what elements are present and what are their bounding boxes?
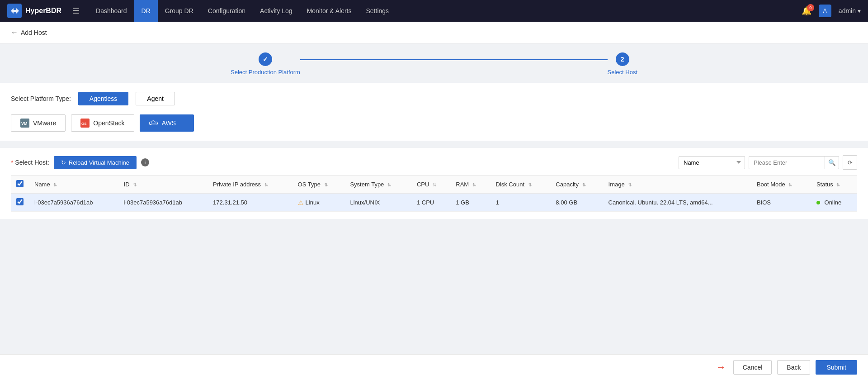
back-arrow-icon: ← xyxy=(11,28,18,37)
hamburger-menu[interactable]: ☰ xyxy=(72,6,80,16)
step-1: ✓ Select Production Platform xyxy=(231,52,300,76)
row-os-type: ⚠ Linux xyxy=(292,194,345,212)
tab-agentless[interactable]: Agentless xyxy=(78,92,128,105)
nav-right: 🔔 0 A admin ▾ xyxy=(802,5,861,17)
table-body: → i-03ec7a5936a76d1ab i-03ec7a5936a76d1a… xyxy=(11,194,857,212)
search-field-select[interactable]: Name ID Private IP address xyxy=(679,156,745,169)
nav-configuration[interactable]: Configuration xyxy=(201,0,253,22)
th-image[interactable]: Image ⇅ xyxy=(603,176,751,194)
submit-button[interactable]: Submit xyxy=(816,360,857,375)
aws-icon xyxy=(149,119,158,128)
openstack-icon: OS xyxy=(80,119,90,128)
vmware-icon: VM xyxy=(20,119,29,128)
row-id: i-03ec7a5936a76d1ab xyxy=(118,194,208,212)
warning-icon: ⚠ xyxy=(298,199,304,206)
search-input-wrap: 🔍 xyxy=(749,156,839,169)
page-title: Add Host xyxy=(21,29,47,36)
row-ram: 1 GB xyxy=(450,194,490,212)
logo-area[interactable]: HyperBDR xyxy=(7,4,61,18)
th-cpu[interactable]: CPU ⇅ xyxy=(411,176,450,194)
th-ram[interactable]: RAM ⇅ xyxy=(450,176,490,194)
platform-buttons: VM VMware OS OpenStack AWS xyxy=(11,114,857,132)
back-link[interactable]: ← Add Host xyxy=(11,28,47,37)
row-image: Canonical. Ubuntu. 22.04 LTS, amd64... xyxy=(603,194,751,212)
status-online-dot xyxy=(816,201,820,204)
nav-settings[interactable]: Settings xyxy=(359,0,396,22)
nav-dashboard[interactable]: Dashboard xyxy=(89,0,134,22)
table-scroll: Name ⇅ ID ⇅ Private IP address ⇅ OS Type… xyxy=(11,175,857,212)
hyperbdr-logo-icon xyxy=(7,4,22,18)
refresh-icon: ⟳ xyxy=(848,159,853,166)
footer-arrow-indicator: → xyxy=(716,361,726,373)
table-header: Name ⇅ ID ⇅ Private IP address ⇅ OS Type… xyxy=(11,176,857,194)
step-2-label: Select Host xyxy=(608,69,637,76)
th-id[interactable]: ID ⇅ xyxy=(118,176,208,194)
step-2: 2 Select Host xyxy=(608,52,637,76)
platform-type-row: Select Platform Type: Agentless Agent xyxy=(11,92,857,105)
tab-agent[interactable]: Agent xyxy=(136,92,175,105)
stepper-container: ✓ Select Production Platform 2 Select Ho… xyxy=(0,43,868,83)
row-checkbox[interactable] xyxy=(16,198,24,205)
th-disk-count[interactable]: Disk Count ⇅ xyxy=(490,176,550,194)
table-row[interactable]: → i-03ec7a5936a76d1ab i-03ec7a5936a76d1a… xyxy=(11,194,857,212)
select-host-section: * Select Host: ↻ Reload Virtual Machine … xyxy=(0,148,868,219)
row-system-type: Linux/UNIX xyxy=(344,194,411,212)
search-submit-button[interactable]: 🔍 xyxy=(825,156,839,169)
nav-group-dr[interactable]: Group DR xyxy=(158,0,201,22)
platform-aws[interactable]: AWS xyxy=(140,114,194,132)
search-icon: 🔍 xyxy=(828,159,836,166)
th-status[interactable]: Status ⇅ xyxy=(811,176,857,194)
row-disk-count: 1 xyxy=(490,194,550,212)
platform-type-label: Select Platform Type: xyxy=(11,95,71,102)
platform-vmware[interactable]: VM VMware xyxy=(11,114,66,132)
step-2-circle: 2 xyxy=(616,52,629,66)
select-host-top-row: * Select Host: ↻ Reload Virtual Machine … xyxy=(11,155,857,170)
os-icon-wrap: ⚠ Linux xyxy=(298,199,320,206)
back-button[interactable]: Back xyxy=(777,360,810,375)
svg-text:OS: OS xyxy=(81,122,87,126)
step-line-1 xyxy=(300,59,608,60)
svg-text:VM: VM xyxy=(21,121,28,126)
nav-activity-log[interactable]: Activity Log xyxy=(253,0,300,22)
th-system-type[interactable]: System Type ⇅ xyxy=(344,176,411,194)
platform-type-section: Select Platform Type: Agentless Agent VM… xyxy=(0,83,868,141)
user-avatar: A xyxy=(819,5,831,17)
nav-items: Dashboard DR Group DR Configuration Acti… xyxy=(89,0,802,22)
select-all-checkbox[interactable] xyxy=(16,180,24,187)
info-icon[interactable]: i xyxy=(141,158,149,166)
th-capacity[interactable]: Capacity ⇅ xyxy=(550,176,603,194)
row-checkbox-cell: → xyxy=(11,194,29,212)
step-1-circle: ✓ xyxy=(259,52,272,66)
row-name: i-03ec7a5936a76d1ab xyxy=(29,194,118,212)
row-boot-mode: BIOS xyxy=(751,194,811,212)
th-private-ip[interactable]: Private IP address ⇅ xyxy=(208,176,292,194)
th-name[interactable]: Name ⇅ xyxy=(29,176,118,194)
stepper: ✓ Select Production Platform 2 Select Ho… xyxy=(231,52,637,76)
nav-dr[interactable]: DR xyxy=(134,0,158,22)
row-cpu: 1 CPU xyxy=(411,194,450,212)
th-os-type[interactable]: OS Type ⇅ xyxy=(292,176,345,194)
reload-icon: ↻ xyxy=(61,159,66,166)
select-host-left: * Select Host: ↻ Reload Virtual Machine … xyxy=(11,156,149,169)
row-private-ip: 172.31.21.50 xyxy=(208,194,292,212)
th-boot-mode[interactable]: Boot Mode ⇅ xyxy=(751,176,811,194)
page-header: ← Add Host xyxy=(0,22,868,43)
row-status: Online xyxy=(811,194,857,212)
notification-bell[interactable]: 🔔 0 xyxy=(802,6,811,16)
platform-openstack[interactable]: OS OpenStack xyxy=(71,114,134,132)
cancel-button[interactable]: Cancel xyxy=(733,360,772,375)
step-1-label: Select Production Platform xyxy=(231,69,300,76)
page-footer: → Cancel Back Submit xyxy=(0,354,868,380)
reload-virtual-machine-button[interactable]: ↻ Reload Virtual Machine xyxy=(54,156,137,169)
search-row: Name ID Private IP address 🔍 ⟳ xyxy=(679,155,857,170)
hosts-table: Name ⇅ ID ⇅ Private IP address ⇅ OS Type… xyxy=(11,175,857,212)
top-navigation: HyperBDR ☰ Dashboard DR Group DR Configu… xyxy=(0,0,868,22)
refresh-table-button[interactable]: ⟳ xyxy=(843,155,857,170)
admin-menu[interactable]: admin ▾ xyxy=(839,7,861,14)
notification-badge: 0 xyxy=(807,4,814,11)
select-host-label: * Select Host: xyxy=(11,159,49,166)
app-name: HyperBDR xyxy=(25,7,61,15)
row-capacity: 8.00 GB xyxy=(550,194,603,212)
nav-monitor-alerts[interactable]: Monitor & Alerts xyxy=(300,0,359,22)
th-checkbox xyxy=(11,176,29,194)
